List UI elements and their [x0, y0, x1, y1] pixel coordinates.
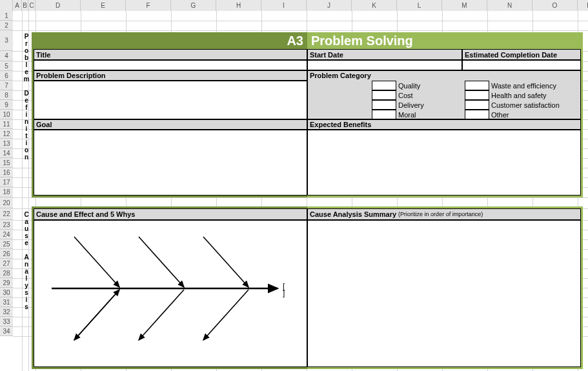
title-left-text: A3 — [287, 34, 303, 48]
fishbone-diagram — [39, 224, 297, 359]
svg-line-5 — [139, 290, 184, 340]
catlabel-delivery: Delivery — [398, 100, 424, 110]
catlabel-moral: Moral — [398, 110, 416, 119]
header-cause-effect: Cause and Effect and 5 Whys — [34, 208, 307, 220]
row-header-16[interactable]: 16 — [0, 168, 13, 177]
catbox-waste[interactable] — [465, 81, 489, 90]
col-header-G[interactable]: G — [171, 0, 216, 11]
row-header-5[interactable]: 5 — [0, 61, 13, 71]
row-header-32[interactable]: 32 — [0, 307, 13, 317]
col-header-E[interactable]: E — [81, 0, 126, 11]
row-header-28[interactable]: 28 — [0, 268, 13, 278]
side-label-problem-definition: Problem Definition — [23, 33, 30, 161]
cell-cause-summary[interactable] — [307, 220, 581, 367]
catbox-health[interactable] — [465, 90, 489, 100]
header-cause-summary: Cause Analysis Summary (Prioritize in or… — [307, 208, 581, 220]
row-header-25[interactable]: 25 — [0, 239, 13, 249]
row-header-6[interactable]: 6 — [0, 71, 13, 81]
cell-problem-desc[interactable] — [34, 81, 307, 119]
fishbone-bracket: [ ] — [283, 283, 285, 296]
col-header-K[interactable]: K — [352, 0, 397, 11]
header-est-completion: Estimated Completion Date — [462, 49, 581, 60]
row-header-7[interactable]: 7 — [0, 81, 13, 90]
row-header-18[interactable]: 18 — [0, 187, 13, 197]
row-header-4[interactable]: 4 — [0, 51, 13, 61]
select-all-corner[interactable] — [0, 0, 13, 11]
catlabel-cost: Cost — [398, 90, 413, 100]
row-header-34[interactable]: 34 — [0, 326, 13, 336]
row-header-12[interactable]: 12 — [0, 129, 13, 139]
col-header-B[interactable]: B — [22, 0, 28, 11]
header-start-date: Start Date — [307, 49, 462, 60]
catbox-quality[interactable] — [372, 81, 396, 90]
svg-line-6 — [203, 237, 248, 287]
title-bar-right: Problem Solving — [307, 32, 583, 49]
catbox-customer[interactable] — [465, 100, 489, 110]
cause-summary-hint: (Prioritize in order of importance) — [398, 211, 483, 217]
col-header-N[interactable]: N — [487, 0, 532, 11]
col-header-C[interactable]: C — [28, 0, 35, 11]
col-header-J[interactable]: J — [307, 0, 352, 11]
row-header-22[interactable]: 22 — [0, 208, 13, 220]
row-header-33[interactable]: 33 — [0, 317, 13, 326]
svg-line-3 — [74, 290, 119, 340]
title-bar-left: A3 — [32, 32, 307, 49]
cell-expected[interactable] — [307, 130, 581, 196]
row-header-3[interactable]: 3 — [0, 30, 13, 51]
side-label-cause-analysis: Cause Analysis — [23, 211, 30, 310]
catlabel-health: Health and safety — [491, 90, 547, 100]
row-header-29[interactable]: 29 — [0, 278, 13, 288]
row-header-23[interactable]: 23 — [0, 220, 13, 230]
catbox-delivery[interactable] — [372, 100, 396, 110]
col-header-M[interactable]: M — [442, 0, 487, 11]
row-header-10[interactable]: 10 — [0, 110, 13, 119]
col-header-F[interactable]: F — [126, 0, 171, 11]
col-header-O[interactable]: O — [532, 0, 578, 11]
catbox-cost[interactable] — [372, 90, 396, 100]
col-header-L[interactable]: L — [397, 0, 442, 11]
catlabel-other: Other — [491, 110, 509, 119]
catbox-moral[interactable] — [372, 110, 396, 119]
svg-line-7 — [203, 290, 248, 340]
catlabel-quality: Quality — [398, 81, 420, 90]
col-header-P[interactable]: P — [578, 0, 588, 11]
col-header-H[interactable]: H — [216, 0, 261, 11]
header-expected: Expected Benefits — [307, 119, 581, 130]
row-header-14[interactable]: 14 — [0, 148, 13, 158]
row-header-11[interactable]: 11 — [0, 119, 13, 129]
svg-line-4 — [139, 237, 184, 287]
header-title: Title — [34, 49, 307, 60]
catlabel-waste: Waste and efficiency — [491, 81, 556, 90]
svg-line-1 — [74, 237, 119, 287]
catlabel-customer: Customer satisfaction — [491, 100, 560, 110]
col-header-I[interactable]: I — [261, 0, 307, 11]
cell-est-completion[interactable] — [462, 60, 581, 70]
row-header-27[interactable]: 27 — [0, 259, 13, 268]
row-header-31[interactable]: 31 — [0, 297, 13, 307]
grid-area[interactable]: Problem Definition Cause Analysis A3 Pro… — [13, 11, 588, 371]
row-header-9[interactable]: 9 — [0, 100, 13, 110]
header-problem-desc: Problem Description — [34, 70, 307, 81]
row-header-30[interactable]: 30 — [0, 288, 13, 297]
col-header-D[interactable]: D — [35, 0, 81, 11]
row-header-13[interactable]: 13 — [0, 139, 13, 148]
row-header-26[interactable]: 26 — [0, 249, 13, 259]
row-header-17[interactable]: 17 — [0, 177, 13, 187]
cell-start-date[interactable] — [307, 60, 462, 70]
row-header-24[interactable]: 24 — [0, 230, 13, 239]
row-header-8[interactable]: 8 — [0, 90, 13, 100]
row-header-2[interactable]: 2 — [0, 21, 13, 30]
title-right-text: Problem Solving — [311, 34, 413, 48]
catbox-other[interactable] — [465, 110, 489, 119]
cell-title[interactable] — [34, 60, 307, 70]
spreadsheet-view: ABCDEFGHIJKLMNOP 12345678910111213141516… — [0, 0, 588, 371]
col-header-A[interactable]: A — [13, 0, 22, 11]
row-header-20[interactable]: 20 — [0, 197, 13, 208]
row-header-1[interactable]: 1 — [0, 11, 13, 21]
header-goal: Goal — [34, 119, 307, 130]
row-header-15[interactable]: 15 — [0, 158, 13, 168]
cell-goal[interactable] — [34, 130, 307, 196]
